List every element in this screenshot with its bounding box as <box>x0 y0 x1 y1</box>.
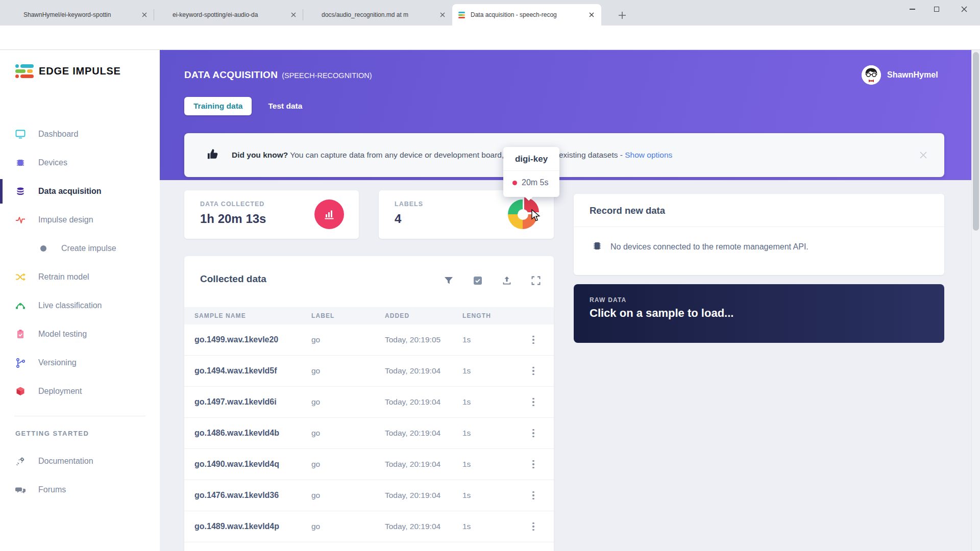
sidebar-item-live-classification[interactable]: Live classification <box>0 291 160 320</box>
sample-name[interactable]: go.1476.wav.1kevld36 <box>194 491 311 500</box>
banner-close-icon[interactable] <box>917 148 930 162</box>
sample-label: go <box>311 522 385 531</box>
sidebar-item-model-testing[interactable]: Model testing <box>0 320 160 348</box>
select-checkbox-icon[interactable] <box>473 276 483 286</box>
row-menu-icon[interactable] <box>527 460 540 469</box>
table-row[interactable]: go.1497.wav.1kevld6i go Today, 20:19:04 … <box>184 387 554 418</box>
sample-added: Today, 20:19:04 <box>385 491 462 500</box>
tab-close-icon[interactable] <box>587 10 596 19</box>
sample-label: go <box>311 335 385 344</box>
thumbs-up-icon <box>207 148 218 162</box>
sample-length: 1s <box>462 429 527 438</box>
sample-label: go <box>311 491 385 500</box>
raw-data-label: RAW DATA <box>574 284 944 304</box>
sample-name[interactable]: go.1486.wav.1kevld4b <box>194 429 311 438</box>
col-length: LENGTH <box>462 312 527 319</box>
browser-tab-3[interactable]: docs/audio_recognition.md at m <box>303 4 452 26</box>
collected-data-header: Collected data <box>184 256 554 307</box>
sample-length: 1s <box>462 397 527 407</box>
show-options-link[interactable]: Show options <box>625 151 672 159</box>
sample-name[interactable]: go.1494.wav.1kevld5f <box>194 366 311 375</box>
page-scrollbar[interactable] <box>971 50 980 551</box>
table-row[interactable]: go.1476.wav.1kevld36 go Today, 20:19:04 … <box>184 480 554 511</box>
branch-icon <box>15 357 26 368</box>
sidebar-item-devices[interactable]: Devices <box>0 148 160 177</box>
tab-title: docs/audio_recognition.md at m <box>322 11 438 18</box>
tab-training-data[interactable]: Training data <box>184 97 252 115</box>
browser-tab-1[interactable]: ShawnHymel/ei-keyword-spottin <box>5 4 154 26</box>
labels-label: LABELS <box>395 201 423 208</box>
sample-name[interactable]: go.1499.wav.1kevle20 <box>194 335 311 344</box>
row-menu-icon[interactable] <box>527 336 540 344</box>
divider <box>574 227 944 227</box>
scrollbar-thumb[interactable] <box>973 52 979 231</box>
tab-close-icon[interactable] <box>140 10 149 19</box>
new-tab-button[interactable] <box>615 8 629 22</box>
col-sample-name: SAMPLE NAME <box>194 312 311 319</box>
expand-icon[interactable] <box>531 276 541 286</box>
page-title-row: DATA ACQUISITION (SPEECH-RECOGNITION) <box>184 69 372 81</box>
sidebar-item-impulse-design[interactable]: Impulse design <box>0 206 160 234</box>
logo-text: EDGE IMPULSE <box>39 65 121 77</box>
tab-test-data[interactable]: Test data <box>259 97 311 115</box>
col-added: ADDED <box>385 312 462 319</box>
sidebar: EDGE IMPULSE Dashboard Devices <box>0 50 160 551</box>
tooltip-row: 20m 5s <box>512 178 559 187</box>
sample-name[interactable]: go.1490.wav.1kevld4q <box>194 460 311 469</box>
collected-data-title: Collected data <box>200 273 266 285</box>
row-menu-icon[interactable] <box>527 522 540 531</box>
sidebar-item-retrain-model[interactable]: Retrain model <box>0 263 160 291</box>
sidebar-item-data-acquisition[interactable]: Data acquisition <box>0 177 160 206</box>
sidebar-item-create-impulse[interactable]: Create impulse <box>0 234 160 263</box>
filter-icon[interactable] <box>444 276 454 286</box>
dot-icon <box>38 243 49 254</box>
table-toolbar <box>444 276 541 286</box>
row-menu-icon[interactable] <box>527 429 540 438</box>
sidebar-item-deployment[interactable]: Deployment <box>0 377 160 406</box>
sample-name[interactable]: go.1497.wav.1kevld6i <box>194 397 311 407</box>
sample-label: go <box>311 366 385 375</box>
tab-strip: ShawnHymel/ei-keyword-spottin ei-keyword… <box>5 4 601 26</box>
sample-name[interactable]: go.1489.wav.1kevld4p <box>194 522 311 531</box>
sample-length: 1s <box>462 522 527 531</box>
chip-icon <box>15 157 26 168</box>
sidebar-item-forums[interactable]: Forums <box>0 475 160 504</box>
sidebar-item-documentation[interactable]: Documentation <box>0 447 160 475</box>
tooltip-value: 20m 5s <box>522 178 548 187</box>
user-avatar[interactable] <box>862 65 881 85</box>
tab-close-icon[interactable] <box>289 10 298 19</box>
sidebar-item-versioning[interactable]: Versioning <box>0 348 160 377</box>
sidebar-nav: Dashboard Devices Data acquisition <box>0 120 160 406</box>
sample-length: 1s <box>462 366 527 375</box>
table-row[interactable]: go.1489.wav.1kevld4p go Today, 20:19:04 … <box>184 511 554 542</box>
row-menu-icon[interactable] <box>527 367 540 375</box>
record-new-data-card: Record new data No devices connected to … <box>574 194 944 275</box>
tooltip-title: digi-key <box>503 154 559 164</box>
row-menu-icon[interactable] <box>527 398 540 407</box>
table-row[interactable]: go.1486.wav.1kevld4b go Today, 20:19:04 … <box>184 418 554 449</box>
edge-impulse-favicon <box>458 11 467 19</box>
tab-close-icon[interactable] <box>438 10 447 19</box>
window-maximize-button[interactable] <box>925 0 948 18</box>
user-name: ShawnHymel <box>887 70 938 80</box>
table-row[interactable]: go.1499.wav.1kevle20 go Today, 20:19:05 … <box>184 324 554 356</box>
bar-chart-icon <box>314 199 344 229</box>
sidebar-item-dashboard[interactable]: Dashboard <box>0 120 160 148</box>
table-header-row: SAMPLE NAME LABEL ADDED LENGTH <box>184 307 554 324</box>
table-row[interactable]: go.1494.wav.1kevld5f go Today, 20:19:04 … <box>184 356 554 387</box>
chat-bubbles-icon <box>15 484 26 495</box>
row-menu-icon[interactable] <box>527 491 540 500</box>
upload-icon[interactable] <box>502 276 512 286</box>
monitor-icon <box>15 129 26 140</box>
edge-impulse-logo[interactable]: EDGE IMPULSE <box>15 64 121 78</box>
window-minimize-button[interactable] <box>900 0 924 18</box>
window-close-button[interactable] <box>952 0 976 18</box>
user-box[interactable]: ShawnHymel <box>862 65 938 85</box>
col-label: LABEL <box>311 312 385 319</box>
github-icon <box>309 11 317 19</box>
table-row[interactable]: go.1490.wav.1kevld4q go Today, 20:19:04 … <box>184 449 554 480</box>
browser-tab-active[interactable]: Data acquisition - speech-recog <box>452 4 601 26</box>
sidebar-divider <box>14 416 145 416</box>
browser-tab-2[interactable]: ei-keyword-spotting/ei-audio-da <box>154 4 303 26</box>
rocket-icon <box>15 456 26 467</box>
